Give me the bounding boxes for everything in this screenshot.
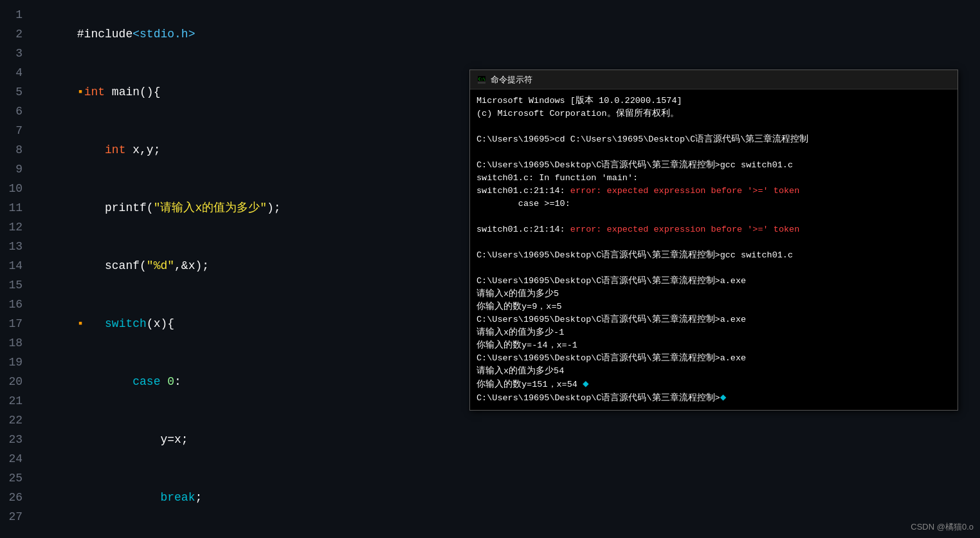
line-num-9: 9 [0, 160, 23, 179]
cmd-line-15: C:\Users\19695\Desktop\C语言源代码\第三章流程控制>a.… [476, 275, 951, 288]
line-num-26: 26 [0, 488, 23, 507]
line-num-11: 11 [0, 198, 23, 218]
line-num-2: 2 [0, 24, 23, 44]
cmd-line-4: C:\Users\19695>cd C:\Users\19695\Desktop… [476, 133, 951, 146]
line-num-10: 10 [0, 179, 23, 198]
cmd-line-8: switch01.c:21:14: error: expected expres… [476, 185, 951, 198]
line-num-3: 3 [0, 44, 23, 63]
cmd-line-1: Microsoft Windows [版本 10.0.22000.1574] [476, 95, 951, 107]
svg-rect-2 [478, 82, 485, 84]
code-line-9: break; [35, 468, 980, 526]
code-line-10: case 1: [35, 526, 980, 538]
cmd-line-21: C:\Users\19695\Desktop\C语言源代码\第三章流程控制>a.… [476, 352, 951, 365]
cmd-line-5 [476, 146, 951, 159]
line-num-6: 6 [0, 102, 23, 121]
line-num-1: 1 [0, 5, 23, 24]
line-num-19: 19 [0, 353, 23, 372]
line-num-25: 25 [0, 468, 23, 488]
cmd-line-9: case >=10: [476, 198, 951, 210]
cmd-line-24: C:\Users\19695\Desktop\C语言源代码\第三章流程控制>◆ [476, 391, 951, 405]
cmd-line-18: C:\Users\19695\Desktop\C语言源代码\第三章流程控制>a.… [476, 313, 951, 326]
cmd-line-22: 请输入x的值为多少54 [476, 365, 951, 378]
cmd-line-10 [476, 210, 951, 223]
code-line-1: #include<stdio.h> [35, 5, 980, 63]
line-num-13: 13 [0, 237, 23, 256]
cmd-title-text: 命令提示符 [491, 74, 532, 86]
line-numbers: 1 2 3 4 5 6 7 8 9 10 11 12 13 14 15 16 1… [0, 0, 29, 538]
line-num-17: 17 [0, 314, 23, 333]
line-num-12: 12 [0, 218, 23, 237]
line-num-21: 21 [0, 391, 23, 411]
line-num-22: 22 [0, 411, 23, 430]
line-num-7: 7 [0, 121, 23, 140]
line-num-4: 4 [0, 63, 23, 82]
svg-text:C:\: C:\ [478, 77, 485, 81]
line-num-8: 8 [0, 140, 23, 160]
line-num-14: 14 [0, 256, 23, 275]
cmd-titlebar: C:\ 命令提示符 [470, 70, 957, 89]
cmd-content-area: Microsoft Windows [版本 10.0.22000.1574] (… [470, 89, 957, 410]
cmd-line-14 [476, 262, 951, 275]
line-num-18: 18 [0, 333, 23, 353]
cmd-window[interactable]: C:\ 命令提示符 Microsoft Windows [版本 10.0.220… [469, 70, 958, 411]
line-num-24: 24 [0, 449, 23, 468]
cmd-window-icon: C:\ [476, 75, 487, 85]
cmd-line-23: 你输入的数y=151，x=54 ◆ [476, 378, 951, 391]
cmd-line-11: switch01.c:21:14: error: expected expres… [476, 223, 951, 236]
cmd-line-20: 你输入的数y=-14，x=-1 [476, 339, 951, 352]
line-num-16: 16 [0, 295, 23, 314]
line-num-23: 23 [0, 430, 23, 449]
cmd-line-16: 请输入x的值为多少5 [476, 288, 951, 301]
cmd-line-17: 你输入的数y=9，x=5 [476, 301, 951, 313]
cmd-line-2: (c) Microsoft Corporation。保留所有权利。 [476, 107, 951, 120]
cmd-line-7: switch01.c: In function 'main': [476, 172, 951, 185]
cmd-line-6: C:\Users\19695\Desktop\C语言源代码\第三章流程控制>gc… [476, 159, 951, 172]
line-num-27: 27 [0, 507, 23, 526]
line-num-15: 15 [0, 275, 23, 295]
cmd-line-3 [476, 120, 951, 133]
code-line-8: y=x; [35, 411, 980, 468]
line-num-5: 5 [0, 82, 23, 102]
watermark: CSDN @橘猫0.o [911, 521, 974, 533]
line-num-20: 20 [0, 372, 23, 391]
cmd-line-13: C:\Users\19695\Desktop\C语言源代码\第三章流程控制>gc… [476, 249, 951, 262]
cmd-line-12 [476, 236, 951, 249]
cmd-line-19: 请输入x的值为多少-1 [476, 326, 951, 339]
